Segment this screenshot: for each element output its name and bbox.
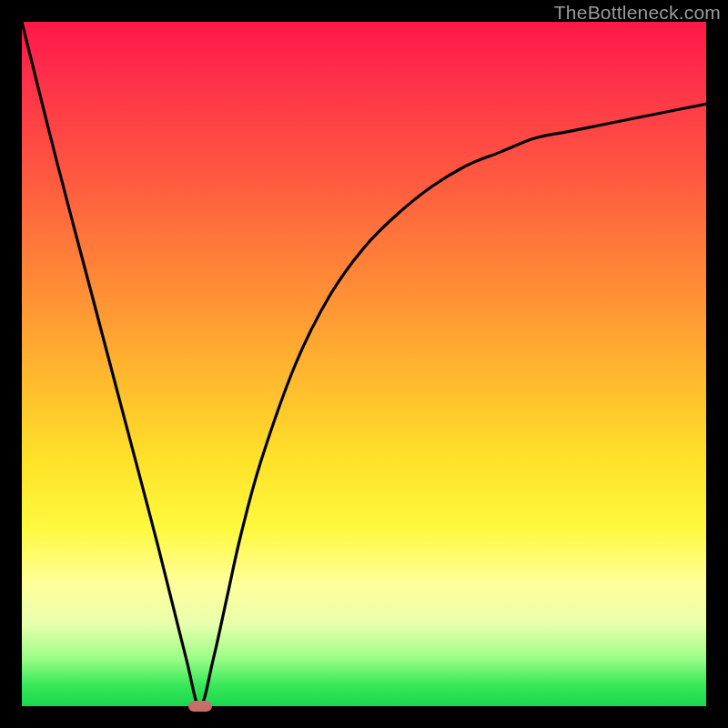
plot-area bbox=[22, 22, 706, 706]
curve-path bbox=[22, 22, 706, 706]
minimum-marker bbox=[188, 701, 212, 712]
bottleneck-curve bbox=[22, 22, 706, 706]
watermark-text: TheBottleneck.com bbox=[554, 2, 721, 24]
chart-frame: TheBottleneck.com bbox=[0, 0, 728, 728]
